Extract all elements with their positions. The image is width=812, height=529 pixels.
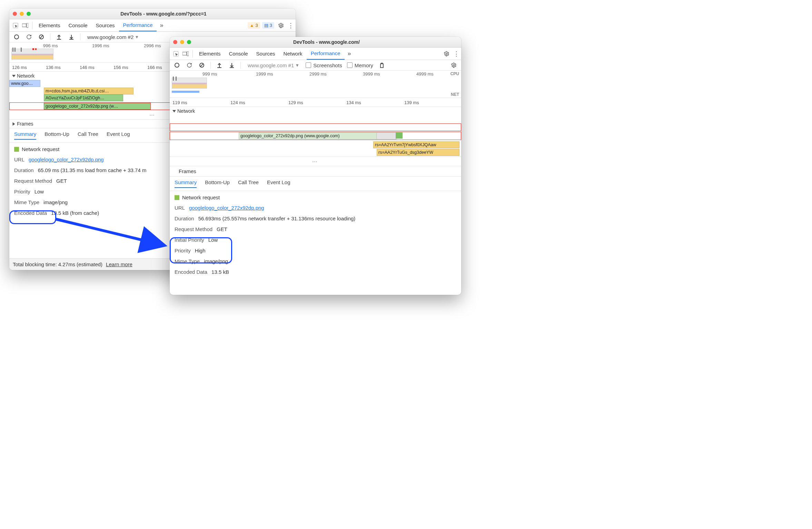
triangle-down-icon	[172, 110, 176, 112]
recording-dropdown[interactable]: www.google.com #1▾	[246, 61, 301, 69]
cpu-label: CPU	[450, 71, 459, 76]
tab-elements[interactable]: Elements	[34, 20, 65, 31]
strip-tick: 996 ms	[43, 43, 58, 48]
tab-eventlog[interactable]: Event Log	[107, 131, 130, 140]
minimize-dot-icon[interactable]	[20, 12, 24, 16]
tab-summary[interactable]: Summary	[14, 131, 36, 140]
minimize-dot-icon[interactable]	[180, 40, 184, 44]
pane-title: Network request	[182, 194, 220, 200]
more-tabs-icon[interactable]: »	[345, 48, 354, 60]
record-icon[interactable]	[13, 33, 20, 41]
tick: 126 ms	[9, 65, 43, 70]
svg-rect-1	[22, 24, 26, 27]
screenshots-checkbox[interactable]: Screenshots	[306, 62, 342, 68]
detail-tabs: Summary Bottom-Up Call Tree Event Log	[170, 177, 461, 191]
clear-icon[interactable]	[38, 33, 45, 41]
memory-checkbox[interactable]: Memory	[347, 62, 373, 68]
settings-icon[interactable]	[442, 48, 452, 60]
inspect-icon[interactable]	[171, 48, 181, 60]
svg-point-11	[175, 63, 179, 67]
frames-row[interactable]: Frames	[170, 166, 461, 177]
tick: 136 ms	[43, 65, 77, 70]
trash-icon[interactable]	[378, 61, 386, 69]
tab-summary[interactable]: Summary	[175, 179, 197, 188]
section-label: Network	[17, 73, 34, 79]
footer-text: Total blocking time: 4.27ms (estimated)	[13, 261, 102, 267]
recording-dropdown[interactable]: www.google.com #2▾	[85, 33, 140, 41]
zoom-dot-icon[interactable]	[187, 40, 191, 44]
kebab-icon[interactable]: ⋮	[286, 20, 296, 31]
traffic-lights[interactable]	[13, 12, 31, 16]
collapsed-rows-indicator[interactable]: ⋯	[170, 157, 461, 166]
tab-performance[interactable]: Performance	[119, 19, 157, 31]
net-bar[interactable]: rs=AA2YrTuGs_dsg3deeYW	[377, 149, 459, 156]
zoom-dot-icon[interactable]	[27, 12, 31, 16]
tab-bottomup[interactable]: Bottom-Up	[44, 131, 69, 140]
issues-badge[interactable]: ▤3	[262, 22, 274, 29]
url-link[interactable]: googlelogo_color_272x92dp.png	[189, 205, 264, 211]
tab-console[interactable]: Console	[225, 48, 252, 59]
tab-sources[interactable]: Sources	[252, 48, 279, 59]
tab-sources[interactable]: Sources	[92, 20, 119, 31]
tab-eventlog[interactable]: Event Log	[267, 179, 290, 188]
net-bar[interactable]: rs=AA2YrTvm7jYwbsf0XJQAaw	[373, 141, 459, 148]
svg-point-10	[446, 53, 447, 54]
url-link[interactable]: googlelogo_color_272x92dp.png	[29, 157, 104, 162]
info-icon: ▤	[264, 23, 268, 28]
tab-console[interactable]: Console	[65, 20, 92, 31]
device-icon[interactable]	[20, 20, 30, 31]
tab-calltree[interactable]: Call Tree	[238, 179, 259, 188]
label-url: URL	[175, 205, 185, 211]
clear-icon[interactable]	[198, 61, 206, 69]
cpu-thumbnail	[172, 78, 207, 89]
reload-icon[interactable]	[25, 33, 33, 41]
strip-tick: 3999 ms	[363, 71, 380, 77]
close-dot-icon[interactable]	[13, 12, 17, 16]
summary-pane: Network request URLgooglelogo_color_272x…	[170, 191, 461, 279]
svg-line-13	[200, 64, 203, 67]
inspect-icon[interactable]	[11, 20, 20, 31]
traffic-lights[interactable]	[173, 40, 191, 44]
tab-performance[interactable]: Performance	[307, 48, 345, 60]
strip-tick: 2999 ms	[309, 71, 327, 77]
network-toggle[interactable]: Network	[170, 107, 461, 115]
triangle-down-icon	[12, 75, 16, 77]
net-bar-selected[interactable]: googlelogo_color_272x92dp.png (w…	[44, 103, 151, 110]
checkbox-icon	[347, 62, 353, 68]
overview-strip[interactable]: 999 ms 1999 ms 2999 ms 3999 ms 4999 ms C…	[170, 71, 461, 98]
annotation-circle	[170, 237, 232, 263]
network-tracks[interactable]: googlelogo_color_272x92dp.png (www.googl…	[170, 115, 461, 157]
kebab-icon[interactable]: ⋮	[452, 48, 461, 60]
tab-elements[interactable]: Elements	[195, 48, 225, 59]
net-bar[interactable]: www.goo…	[9, 80, 40, 87]
net-bar[interactable]: AGvuzYaZuuCrJpF1idZiOgh…	[44, 94, 123, 101]
tick: 129 ms	[286, 100, 344, 105]
label-mime: Mime Type	[14, 199, 39, 205]
label-duration: Duration	[14, 167, 34, 173]
tab-bottomup[interactable]: Bottom-Up	[205, 179, 230, 188]
settings-icon[interactable]	[276, 20, 286, 31]
section-label: Frames	[17, 121, 33, 127]
upload-icon[interactable]	[216, 61, 223, 69]
tab-network[interactable]: Network	[279, 48, 307, 59]
download-icon[interactable]	[68, 33, 75, 41]
tab-calltree[interactable]: Call Tree	[78, 131, 98, 140]
warning-badge[interactable]: ▲3	[248, 22, 260, 29]
main-tabs: Elements Console Sources Network Perform…	[170, 48, 461, 60]
more-tabs-icon[interactable]: »	[157, 20, 166, 31]
reload-icon[interactable]	[186, 61, 193, 69]
record-icon[interactable]	[173, 61, 181, 69]
net-bar-selected[interactable]: googlelogo_color_272x92dp.png (www.googl…	[239, 132, 377, 139]
legend-swatch-icon	[175, 195, 179, 200]
learn-more-link[interactable]: Learn more	[106, 261, 132, 267]
device-icon[interactable]	[181, 48, 190, 60]
timeline-ruler[interactable]: 119 ms 124 ms 129 ms 134 ms 139 ms	[170, 98, 461, 107]
settings-small-icon[interactable]	[450, 61, 458, 69]
upload-icon[interactable]	[55, 33, 63, 41]
strip-tick: 4999 ms	[416, 71, 434, 77]
download-icon[interactable]	[228, 61, 236, 69]
net-bar[interactable]: m=cdos,hsm,jsa,mb4ZUb,d,csi…	[44, 88, 133, 94]
titlebar: DevTools - www.google.com/	[170, 37, 461, 48]
close-dot-icon[interactable]	[173, 40, 177, 44]
value-duration: 65.09 ms (31.35 ms load from cache + 33.…	[38, 167, 147, 173]
